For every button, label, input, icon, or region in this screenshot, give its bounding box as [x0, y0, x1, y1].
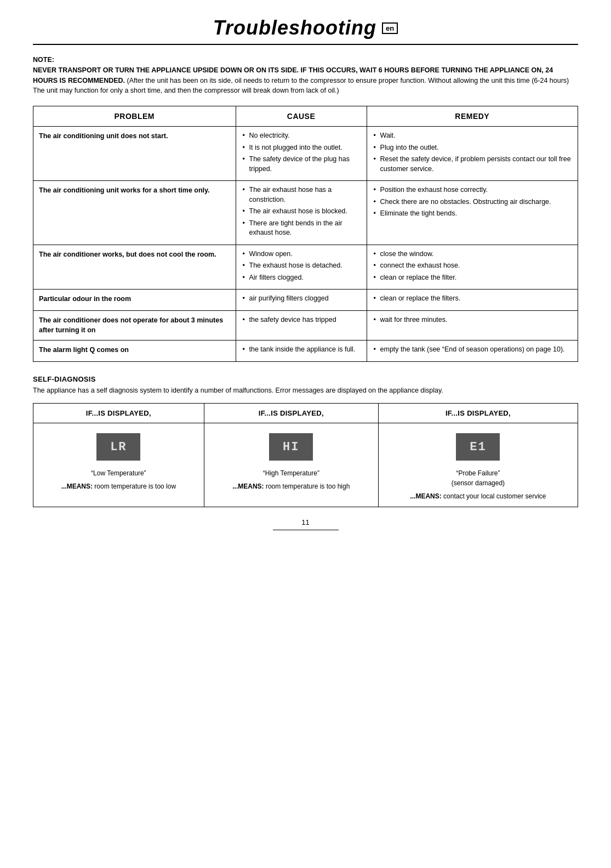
- cause-item: The safety device of the plug has trippe…: [242, 155, 361, 174]
- remedy-item: empty the tank (see “End of season opera…: [373, 345, 572, 355]
- cause-item: The exhaust hose is detached.: [242, 261, 361, 271]
- diag-display-1: HI: [269, 433, 313, 461]
- table-row: The air conditioning unit does not start…: [33, 127, 578, 181]
- note-section: NOTE: NEVER TRANSPORT OR TURN THE APPLIA…: [33, 55, 578, 96]
- diag-means-1: ...MEANS: room temperature is too high: [232, 481, 350, 491]
- col-header-cause: CAUSE: [236, 106, 367, 127]
- diag-cell-2: E1“Probe Failure” (sensor damaged)...MEA…: [378, 423, 578, 507]
- self-diagnosis-description: The appliance has a self diagnosis syste…: [33, 385, 578, 396]
- remedy-cell: Wait.Plug into the outlet.Reset the safe…: [367, 127, 578, 181]
- troubleshooting-table: PROBLEM CAUSE REMEDY The air conditionin…: [33, 106, 578, 362]
- cause-item: There are tight bends in the air exhaust…: [242, 219, 361, 238]
- remedy-item: Wait.: [373, 131, 572, 141]
- note-label: NOTE:: [33, 56, 54, 64]
- cause-cell: No electricity.It is not plugged into th…: [236, 127, 367, 181]
- col-header-problem: PROBLEM: [33, 106, 236, 127]
- cause-cell: The air exhaust hose has a constriction.…: [236, 181, 367, 245]
- remedy-item: close the window.: [373, 249, 572, 259]
- cause-cell: air purifying filters clogged: [236, 290, 367, 311]
- cause-cell: the safety device has tripped: [236, 310, 367, 341]
- cause-item: It is not plugged into the outlet.: [242, 143, 361, 153]
- self-diagnosis-table: IF...IS DISPLAYED,IF...IS DISPLAYED,IF..…: [33, 403, 578, 507]
- diag-header-2: IF...IS DISPLAYED,: [378, 404, 578, 423]
- remedy-item: Eliminate the tight bends.: [373, 209, 572, 219]
- remedy-item: clean or replace the filters.: [373, 294, 572, 304]
- table-row: The air conditioner works, but does not …: [33, 245, 578, 290]
- cause-item: the safety device has tripped: [242, 315, 361, 325]
- problem-cell: The air conditioning unit works for a sh…: [33, 181, 236, 245]
- problem-cell: The air conditioner works, but does not …: [33, 245, 236, 290]
- page-title: Troubleshooting: [213, 16, 376, 39]
- diag-means-2: ...MEANS: contact your local customer se…: [410, 491, 546, 501]
- table-row: The alarm light Q comes onthe tank insid…: [33, 341, 578, 362]
- self-diagnosis-title: SELF-DIAGNOSIS: [33, 375, 578, 383]
- diag-display-0: LR: [96, 433, 140, 461]
- diag-header-0: IF...IS DISPLAYED,: [33, 404, 204, 423]
- remedy-cell: Position the exhaust hose correctly.Chec…: [367, 181, 578, 245]
- diag-header-1: IF...IS DISPLAYED,: [204, 404, 378, 423]
- remedy-cell: empty the tank (see “End of season opera…: [367, 341, 578, 362]
- diag-label-0: “Low Temperature”: [91, 468, 146, 478]
- remedy-item: Plug into the outlet.: [373, 143, 572, 153]
- table-row: The air conditioning unit works for a sh…: [33, 181, 578, 245]
- remedy-item: Reset the safety device, if problem pers…: [373, 155, 572, 174]
- diag-means-0: ...MEANS: room temperature is too low: [61, 481, 176, 491]
- cause-item: No electricity.: [242, 131, 361, 141]
- cause-item: air purifying filters clogged: [242, 294, 361, 304]
- remedy-item: Check there are no obstacles. Obstructin…: [373, 197, 572, 207]
- remedy-item: Position the exhaust hose correctly.: [373, 185, 572, 195]
- table-row: The air conditioner does not operate for…: [33, 310, 578, 341]
- cause-item: The air exhaust hose is blocked.: [242, 207, 361, 217]
- problem-cell: The alarm light Q comes on: [33, 341, 236, 362]
- remedy-item: wait for three minutes.: [373, 315, 572, 325]
- cause-item: Window open.: [242, 249, 361, 259]
- cause-item: The air exhaust hose has a constriction.: [242, 185, 361, 205]
- diag-label-1: “High Temperature”: [263, 468, 319, 478]
- problem-cell: The air conditioning unit does not start…: [33, 127, 236, 181]
- remedy-cell: close the window.connect the exhaust hos…: [367, 245, 578, 290]
- diag-extra-label-2: “Probe Failure” (sensor damaged): [452, 468, 505, 488]
- table-row: Particular odour in the roomair purifyin…: [33, 290, 578, 311]
- diag-display-2: E1: [456, 433, 500, 461]
- diag-cell-0: LR“Low Temperature”...MEANS: room temper…: [33, 423, 204, 507]
- diag-cell-1: HI“High Temperature”...MEANS: room tempe…: [204, 423, 378, 507]
- remedy-item: clean or replace the filter.: [373, 273, 572, 283]
- cause-cell: Window open.The exhaust hose is detached…: [236, 245, 367, 290]
- page-header: Troubleshooting en: [33, 16, 578, 45]
- page-number: 11: [33, 518, 578, 526]
- problem-cell: Particular odour in the room: [33, 290, 236, 311]
- cause-cell: the tank inside the appliance is full.: [236, 341, 367, 362]
- cause-item: Air filters clogged.: [242, 273, 361, 283]
- remedy-cell: wait for three minutes.: [367, 310, 578, 341]
- page-divider: [273, 530, 339, 530]
- remedy-cell: clean or replace the filters.: [367, 290, 578, 311]
- problem-cell: The air conditioner does not operate for…: [33, 310, 236, 341]
- cause-item: the tank inside the appliance is full.: [242, 345, 361, 355]
- remedy-item: connect the exhaust hose.: [373, 261, 572, 271]
- col-header-remedy: REMEDY: [367, 106, 578, 127]
- language-badge: en: [382, 22, 398, 34]
